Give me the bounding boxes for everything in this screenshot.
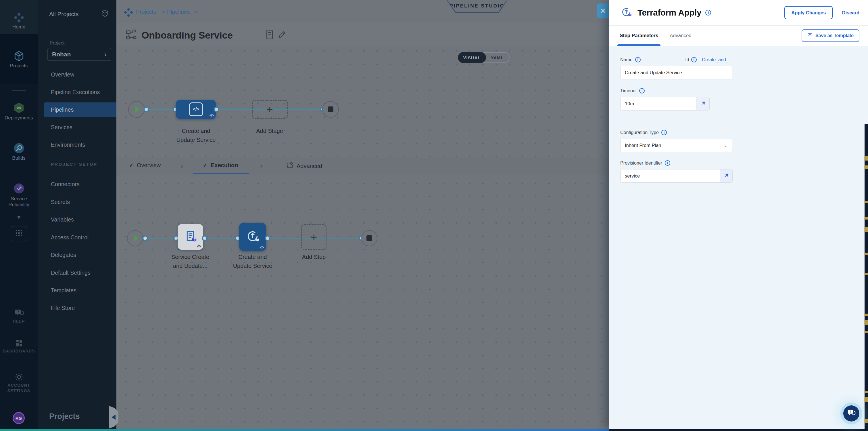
- stage-start-node: [128, 101, 145, 118]
- svg-text:?: ?: [849, 410, 851, 413]
- rail-label-builds: Builds: [0, 155, 38, 161]
- step-config-drawer: Terraform Apply i Apply Changes Discard …: [609, 0, 868, 429]
- sidebar-item-default-settings[interactable]: Default Settings: [51, 269, 91, 276]
- stage-tab-advanced[interactable]: Advanced: [286, 162, 322, 170]
- active-tab-underline: [193, 173, 249, 174]
- project-selector[interactable]: Rohan ›: [48, 48, 111, 61]
- id-value-link[interactable]: Create_and_...: [702, 57, 732, 62]
- all-projects-cube-icon[interactable]: [101, 9, 109, 19]
- sidebar-item-access-control[interactable]: Access Control: [51, 234, 89, 241]
- stage-node-create-and-update-service[interactable]: </> </>: [176, 100, 216, 119]
- user-avatar[interactable]: RG: [13, 412, 25, 424]
- sidebar-item-services[interactable]: Services: [51, 124, 72, 131]
- stage-tab-execution[interactable]: ✓ Execution: [203, 162, 238, 169]
- advanced-settings-icon: [286, 162, 293, 170]
- gear-icon: [14, 372, 24, 383]
- tab-advanced[interactable]: Advanced: [670, 26, 691, 46]
- add-stage-button[interactable]: +: [252, 100, 288, 119]
- close-icon: ✕: [600, 7, 606, 15]
- check-icon: ✓: [129, 162, 134, 169]
- info-icon[interactable]: i: [639, 88, 645, 93]
- connector-ring: [265, 235, 271, 241]
- app-root: Home Projects ∞ Deployments: [0, 0, 868, 431]
- chevron-right-icon: ›: [181, 162, 183, 170]
- stage-connector-line: [136, 109, 331, 110]
- sidebar-item-delegates[interactable]: Delegates: [51, 252, 76, 258]
- configuration-type-select[interactable]: Inherit From Plan ⌄: [620, 139, 732, 152]
- runtime-pin-button[interactable]: [720, 169, 733, 183]
- plus-icon: +: [311, 232, 317, 242]
- harness-logo-icon: [124, 7, 133, 19]
- project-selector-value: Rohan: [52, 51, 71, 58]
- pin-icon: [723, 173, 729, 179]
- rail-item-home[interactable]: Home: [0, 0, 38, 34]
- timeout-input[interactable]: [620, 97, 696, 111]
- name-label-row: Name i Id i : Create_and_...: [620, 57, 732, 62]
- rail-item-builds[interactable]: Builds: [0, 141, 38, 165]
- all-projects-link[interactable]: All Projects: [49, 11, 79, 18]
- info-icon[interactable]: i: [661, 130, 667, 135]
- sidebar-item-pipeline-executions[interactable]: Pipeline Executions: [51, 89, 100, 95]
- module-picker-button[interactable]: [11, 226, 27, 241]
- id-separator: :: [699, 57, 700, 62]
- info-icon[interactable]: i: [705, 10, 711, 16]
- apply-changes-button[interactable]: Apply Changes: [784, 6, 833, 19]
- service-reliability-icon: [13, 182, 25, 196]
- sidebar-item-overview[interactable]: Overview: [51, 71, 74, 78]
- breadcrumb-separator: >: [162, 9, 165, 15]
- rail-item-projects[interactable]: Projects: [0, 34, 38, 84]
- toggle-visual[interactable]: VISUAL: [458, 52, 486, 63]
- breadcrumb-projects[interactable]: Projects: [136, 9, 156, 15]
- sidebar-item-file-store[interactable]: File Store: [51, 305, 75, 311]
- connector-ring: [142, 235, 148, 241]
- help-chat-fab[interactable]: ?: [843, 405, 859, 422]
- configuration-type-value: Inherit From Plan: [620, 139, 732, 152]
- sidebar-item-templates[interactable]: Templates: [51, 287, 76, 294]
- sidebar-item-secrets[interactable]: Secrets: [51, 199, 70, 205]
- step-node-create-and-update-service-selected[interactable]: </>: [239, 223, 266, 251]
- section-divider: [620, 120, 858, 120]
- stage-tabs-bar: ✓ Overview › ✓ Execution › Advanced: [116, 158, 609, 175]
- info-icon[interactable]: i: [691, 57, 697, 62]
- sidebar-item-environments[interactable]: Environments: [51, 142, 85, 148]
- discard-button[interactable]: Discard: [842, 10, 859, 16]
- step-start-node: [127, 230, 143, 246]
- grid-icon: [15, 229, 23, 238]
- rail-item-account-settings[interactable]: ACCOUNT SETTINGS: [0, 372, 38, 400]
- stage-tab-overview[interactable]: ✓ Overview: [129, 162, 161, 169]
- sidebar-divider: [44, 28, 110, 28]
- builds-icon: [13, 142, 25, 155]
- stage-tab-advanced-label: Advanced: [297, 163, 322, 169]
- sidebar-item-pipelines[interactable]: Pipelines: [51, 107, 73, 113]
- add-step-button[interactable]: +: [301, 224, 327, 250]
- timeout-label: Timeout i: [620, 88, 857, 93]
- save-as-template-button[interactable]: Save as Template: [802, 29, 859, 42]
- play-icon[interactable]: [135, 106, 140, 113]
- step-node-service-create-and-update[interactable]: </>: [178, 224, 203, 250]
- connector-ring: [202, 235, 208, 241]
- title-bar: Onboarding Service VISUAL YAML: [116, 23, 609, 46]
- name-input[interactable]: [620, 66, 732, 79]
- stage-end-node: [322, 101, 339, 118]
- rail-collapse-chevron[interactable]: ▾: [0, 213, 38, 223]
- rail-item-deployments[interactable]: ∞ Deployments: [0, 101, 38, 125]
- notes-icon[interactable]: [266, 30, 273, 40]
- rail-item-dashboards[interactable]: DASHBOARDS: [0, 339, 38, 361]
- rail-item-service-reliability[interactable]: Service Reliability: [0, 181, 38, 210]
- info-icon[interactable]: i: [635, 57, 641, 62]
- sidebar-item-variables[interactable]: Variables: [51, 217, 74, 223]
- runtime-pin-button[interactable]: [696, 97, 710, 111]
- toggle-yaml[interactable]: YAML: [486, 53, 509, 62]
- sidebar-item-connectors[interactable]: Connectors: [51, 181, 80, 188]
- breadcrumb-pipelines[interactable]: Pipelines: [167, 9, 190, 15]
- tab-step-parameters[interactable]: Step Parameters: [620, 26, 658, 46]
- info-icon[interactable]: i: [665, 160, 670, 166]
- play-icon[interactable]: [134, 235, 138, 241]
- close-drawer-button[interactable]: ✕: [597, 3, 609, 19]
- add-stage-label: Add Stage: [232, 126, 307, 136]
- rail-label-dashboards: DASHBOARDS: [0, 349, 38, 353]
- rail-item-help[interactable]: ? HELP: [0, 309, 38, 328]
- scroll-annotation-strip: [865, 124, 868, 431]
- edit-pencil-icon[interactable]: [277, 30, 286, 40]
- provisioner-identifier-input[interactable]: [620, 169, 720, 183]
